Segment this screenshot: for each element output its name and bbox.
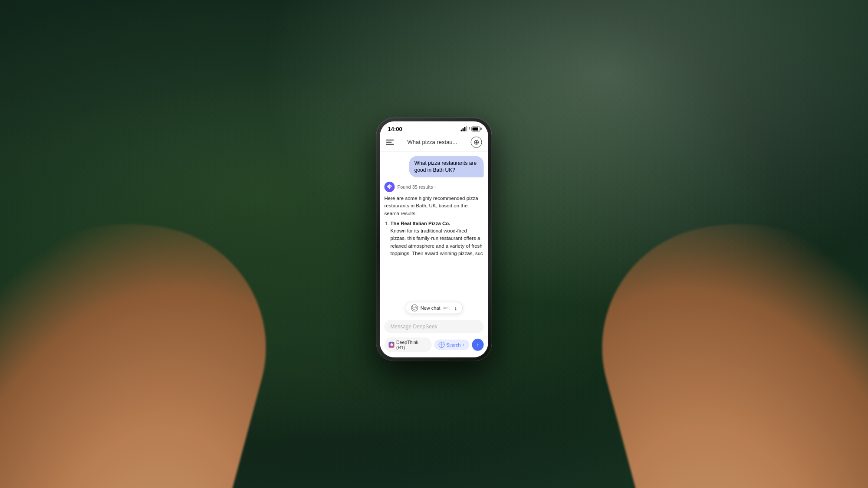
restaurant-name: The Real Italian Pizza Co. bbox=[391, 221, 450, 226]
plus-icon: ⊕ bbox=[473, 138, 479, 146]
ai-avatar bbox=[385, 182, 395, 192]
new-chat-ellipsis: ara, bbox=[443, 305, 450, 310]
deepseek-small-icon bbox=[389, 342, 394, 347]
list-item: The Real Italian Pizza Co. Known for its… bbox=[391, 220, 484, 257]
phone: 14:00 ᵎ bbox=[377, 118, 492, 360]
ai-response: Found 35 results › Here are some highly … bbox=[385, 182, 484, 259]
chat-area: What pizza restaurants are good in Bath … bbox=[380, 151, 488, 317]
new-chat-label: New chat bbox=[421, 305, 441, 310]
status-icons: ᵎ bbox=[461, 126, 480, 132]
found-results-text[interactable]: Found 35 results › bbox=[398, 184, 436, 190]
ai-restaurant-list: The Real Italian Pizza Co. Known for its… bbox=[385, 220, 484, 257]
deepseek-logo-icon bbox=[386, 183, 393, 190]
deepthink-icon bbox=[389, 341, 395, 347]
user-message-text: What pizza restaurants are good in Bath … bbox=[414, 160, 477, 173]
phone-screen: 14:00 ᵎ bbox=[380, 121, 488, 357]
nav-bar: What pizza restau... ⊕ bbox=[380, 134, 488, 151]
deepthink-button[interactable]: DeepThink (R1) bbox=[385, 337, 432, 352]
svg-point-0 bbox=[390, 186, 391, 187]
deepthink-label: DeepThink (R1) bbox=[396, 339, 427, 350]
found-results-label: Found 35 results bbox=[398, 184, 433, 190]
down-arrow-icon: ↓ bbox=[454, 304, 457, 311]
bottom-toolbar: DeepThink (R1) Search + ↑ bbox=[380, 334, 488, 357]
new-chat-icon: 💬 bbox=[411, 304, 418, 311]
ai-header: Found 35 results › bbox=[385, 182, 484, 192]
battery-icon bbox=[472, 126, 480, 131]
user-message-bubble: What pizza restaurants are good in Bath … bbox=[409, 156, 484, 177]
globe-icon bbox=[438, 341, 444, 347]
chat-bubble-icon: 💬 bbox=[412, 305, 417, 310]
new-chat-button[interactable]: ⊕ bbox=[471, 136, 482, 147]
signal-bars-icon bbox=[461, 126, 467, 131]
chevron-right-icon: › bbox=[434, 184, 435, 189]
status-bar: 14:00 ᵎ bbox=[380, 121, 488, 134]
ai-intro-text: Here are some highly recommended pizza r… bbox=[385, 195, 484, 217]
wifi-icon: ᵎ bbox=[469, 126, 470, 132]
send-icon: ↑ bbox=[477, 341, 480, 348]
message-input[interactable]: Message DeepSeek bbox=[385, 320, 484, 333]
message-placeholder: Message DeepSeek bbox=[391, 323, 437, 329]
status-time: 14:00 bbox=[388, 125, 402, 132]
battery-fill bbox=[473, 127, 478, 130]
new-chat-bar[interactable]: 💬 New chat ara, ↓ bbox=[405, 301, 463, 314]
search-plus-icon: + bbox=[462, 342, 465, 347]
phone-shell: 14:00 ᵎ bbox=[377, 118, 492, 360]
nav-title: What pizza restau... bbox=[398, 139, 467, 145]
search-label: Search bbox=[446, 342, 460, 347]
ai-response-text: Here are some highly recommended pizza r… bbox=[385, 195, 484, 259]
message-input-area: Message DeepSeek bbox=[380, 317, 488, 334]
menu-icon[interactable] bbox=[386, 139, 394, 144]
restaurant-description: Known for its traditional wood-fired piz… bbox=[391, 228, 483, 256]
send-button[interactable]: ↑ bbox=[472, 338, 484, 350]
search-button[interactable]: Search + bbox=[434, 339, 469, 350]
